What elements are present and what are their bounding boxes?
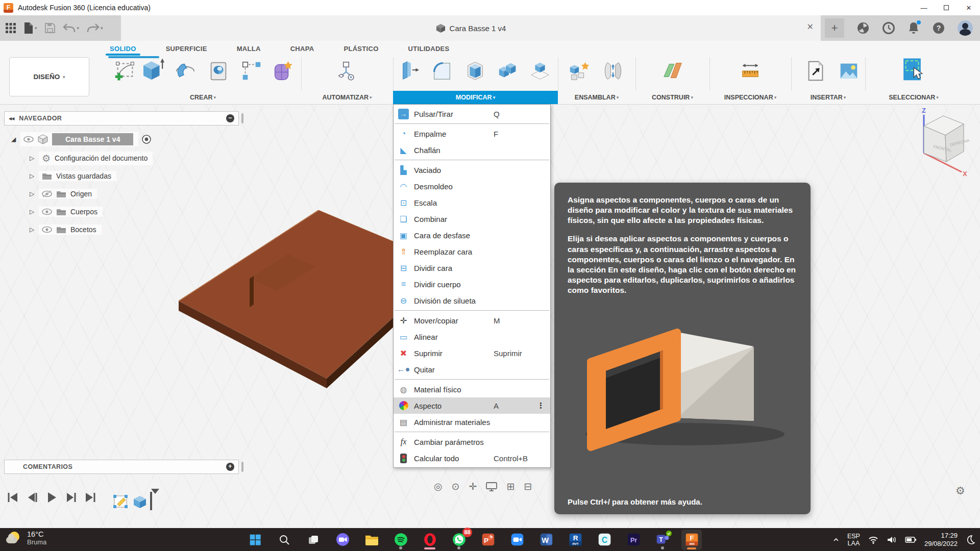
teams-app[interactable]: T: [652, 530, 673, 550]
group-label-inspeccionar[interactable]: INSPECCIONAR ▾: [709, 91, 791, 104]
pan-icon[interactable]: ✛: [469, 481, 477, 492]
navigator-panel-header[interactable]: ◀◀ NAVEGADOR −: [4, 111, 239, 126]
eye-hidden-icon[interactable]: [42, 190, 52, 197]
canvas-image-icon[interactable]: [837, 59, 861, 83]
tree-item-configuraci-n-del-documento[interactable]: ▷⚙Configuración del documento: [30, 151, 153, 166]
menu-item-combinar[interactable]: ❑Combinar: [394, 211, 550, 227]
app-grid-icon[interactable]: [5, 22, 16, 34]
spotify-app[interactable]: [390, 530, 411, 550]
menu-item-chafl-n[interactable]: ◣Chaflán: [394, 142, 550, 158]
design-workspace-dropdown[interactable]: DISEÑO ▾: [9, 57, 89, 96]
ribbon-tab-utilidades[interactable]: UTILIDADES: [408, 45, 450, 56]
redo-caret[interactable]: ▾: [101, 26, 103, 31]
tree-expand-icon[interactable]: ▷: [30, 155, 39, 162]
eye-visible-icon[interactable]: [42, 208, 52, 215]
clock-widget[interactable]: 17:29 29/08/2022: [924, 532, 958, 548]
task-view-button[interactable]: [303, 530, 324, 550]
save-icon[interactable]: [44, 22, 56, 34]
tree-expand-icon[interactable]: ▷: [30, 208, 39, 215]
menu-item-cara-de-desfase[interactable]: ▣Cara de desfase: [394, 227, 550, 243]
orbit-icon[interactable]: ◎: [434, 481, 443, 492]
construction-plane-icon[interactable]: [661, 59, 684, 83]
measure-icon[interactable]: [739, 59, 762, 83]
search-button[interactable]: [274, 530, 295, 550]
extrude-icon[interactable]: [139, 56, 166, 84]
combine-icon[interactable]: [496, 59, 520, 83]
whatsapp-app[interactable]: 88: [449, 530, 469, 550]
group-label-automatizar[interactable]: AUTOMATIZAR ▾: [301, 91, 393, 104]
step-back-button[interactable]: [26, 491, 39, 504]
redo-icon[interactable]: ▾: [86, 23, 103, 33]
meet-app[interactable]: [332, 530, 353, 550]
menu-item-empalme[interactable]: ◔EmpalmeF: [394, 126, 550, 142]
select-icon[interactable]: [898, 56, 926, 84]
file-menu-icon[interactable]: ▾: [23, 22, 37, 34]
document-tab[interactable]: Cara Basse 1 v4 ✕: [121, 15, 821, 41]
opera-app[interactable]: [420, 530, 440, 550]
menu-item-material-f-sico[interactable]: ◍Material físico: [394, 381, 550, 397]
go-to-start-button[interactable]: [6, 491, 19, 504]
powerpoint-app[interactable]: P: [478, 530, 498, 550]
menu-item-overflow-icon[interactable]: ⋮: [537, 401, 545, 410]
menu-item-mover-copiar[interactable]: ✛Mover/copiarM: [394, 312, 550, 329]
menu-item-administrar-materiales[interactable]: ▤Administrar materiales: [394, 414, 550, 430]
ribbon-tab-chapa[interactable]: CHAPA: [290, 45, 314, 56]
menu-item-escala[interactable]: ⊡Escala: [394, 194, 550, 211]
new-tab-button[interactable]: +: [825, 18, 844, 38]
word-app[interactable]: W: [536, 530, 556, 550]
step-forward-button[interactable]: [64, 491, 78, 504]
viewport-settings-gear-icon[interactable]: ⚙: [955, 485, 965, 497]
group-label-seleccionar[interactable]: SELECCIONAR ▾: [865, 91, 962, 104]
group-label-modificar[interactable]: MODIFICAR ▾: [393, 91, 558, 104]
menu-item-reemplazar-cara[interactable]: ⇑Reemplazar cara: [394, 243, 550, 260]
menu-item-quitar[interactable]: ←●Quitar: [394, 361, 550, 378]
root-eye-icon[interactable]: [23, 136, 34, 143]
menu-item-alinear[interactable]: ▭Alinear: [394, 329, 550, 345]
root-radio-icon[interactable]: [138, 134, 152, 144]
play-button[interactable]: [45, 491, 58, 504]
rectangular-pattern-icon[interactable]: [240, 59, 263, 83]
premiere-app[interactable]: Pr: [623, 530, 644, 550]
fillet-icon[interactable]: [430, 59, 454, 83]
split-body-icon[interactable]: [528, 59, 552, 83]
extensions-icon[interactable]: [856, 21, 870, 35]
night-mode-moon-icon[interactable]: [966, 535, 975, 544]
clipchamp-app[interactable]: C: [594, 530, 615, 550]
ribbon-tab-solido[interactable]: SOLIDO: [110, 45, 136, 56]
tree-item-origen[interactable]: ▷Origen: [30, 186, 97, 202]
timeline-features[interactable]: [113, 488, 175, 512]
revolve-icon[interactable]: [174, 59, 197, 83]
tree-item-bocetos[interactable]: ▷Bocetos: [30, 222, 102, 237]
tree-expand-icon[interactable]: ▷: [30, 226, 39, 233]
look-at-icon[interactable]: ⊙: [452, 481, 460, 492]
tree-expand-icon[interactable]: ▷: [30, 172, 39, 180]
menu-item-suprimir[interactable]: ✖SuprimirSuprimir: [394, 345, 550, 361]
language-indicator[interactable]: ESPLAA: [847, 533, 860, 547]
menu-item-calcular-todo[interactable]: Calcular todoControl+B: [394, 450, 550, 466]
press-pull-icon[interactable]: [397, 59, 421, 83]
new-component-icon[interactable]: [568, 59, 591, 83]
undo-icon[interactable]: ▾: [63, 23, 80, 33]
create-sketch-icon[interactable]: [113, 59, 137, 83]
comments-panel-header[interactable]: COMENTARIOS +: [4, 460, 239, 474]
group-label-crear[interactable]: CREAR ▾: [105, 91, 301, 104]
shell-icon[interactable]: [463, 59, 487, 83]
profile-avatar[interactable]: [958, 20, 973, 36]
menu-item-divisi-n-de-silueta[interactable]: ⊖División de silueta: [394, 292, 550, 309]
menu-item-aspecto[interactable]: AspectoA⋮: [394, 397, 550, 414]
group-label-insertar[interactable]: INSERTAR ▾: [791, 91, 865, 104]
minimize-button[interactable]: —: [913, 0, 935, 15]
view-cube[interactable]: Z X FRONTAL DERECHA: [901, 105, 978, 181]
menu-item-dividir-cara[interactable]: ⊟Dividir cara: [394, 260, 550, 276]
create-form-icon[interactable]: [271, 59, 294, 83]
maximize-button[interactable]: [935, 0, 958, 15]
menu-item-dividir-cuerpo[interactable]: ≡Dividir cuerpo: [394, 276, 550, 292]
hole-icon[interactable]: [207, 59, 230, 83]
navigator-collapse-icon[interactable]: ◀◀: [9, 116, 14, 121]
navigator-scroll-handle[interactable]: [241, 113, 243, 123]
comments-add-icon[interactable]: +: [226, 463, 234, 471]
group-label-construir[interactable]: CONSTRUIR ▾: [635, 91, 709, 104]
menu-item-pulsar-tirar[interactable]: →Pulsar/TirarQ: [394, 106, 550, 122]
insert-derive-icon[interactable]: [804, 59, 827, 83]
revit-app[interactable]: RRVT: [565, 530, 585, 550]
